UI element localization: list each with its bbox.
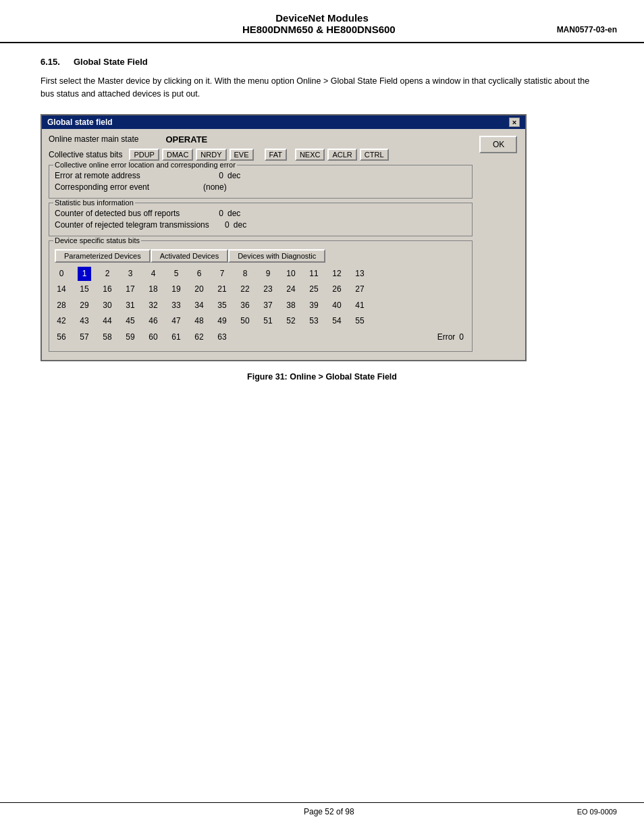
dev-49: 49: [215, 314, 229, 329]
device-row-0: 0 1 2 3 4 5 6 7 8 9 10 1: [55, 267, 466, 282]
tab-activated[interactable]: Activated Devices: [151, 249, 228, 263]
dev-53: 53: [307, 314, 321, 329]
dev-50: 50: [238, 314, 252, 329]
dialog-close-button[interactable]: ×: [509, 118, 520, 127]
dev-48: 48: [192, 314, 206, 329]
dev-55: 55: [353, 314, 367, 329]
dev-27: 27: [353, 282, 367, 297]
statistic-group-box: Statistic bus information Counter of det…: [49, 203, 473, 236]
content-area: 6.15. Global State Field First select th…: [0, 43, 644, 409]
dev-19: 19: [169, 282, 183, 297]
rejected-telegrams-row: Counter of rejected telegram transmissio…: [55, 220, 466, 230]
dev-25: 25: [307, 282, 321, 297]
dev-39: 39: [307, 298, 321, 313]
dev-43: 43: [78, 314, 91, 329]
dev-36: 36: [238, 298, 252, 313]
dev-34: 34: [192, 298, 206, 313]
rejected-telegrams-value: 0: [209, 220, 230, 230]
dev-47: 47: [169, 314, 183, 329]
dev-28: 28: [55, 298, 68, 313]
dev-4: 4: [146, 267, 160, 282]
tab-parameterized[interactable]: Parameterized Devices: [55, 249, 151, 263]
dev-26: 26: [330, 282, 344, 297]
status-bits-label: Collective status bits: [49, 150, 122, 159]
dev-59: 59: [124, 330, 137, 345]
dev-57: 57: [78, 330, 91, 345]
dev-41: 41: [353, 298, 367, 313]
dev-31: 31: [124, 298, 137, 313]
status-bit-eve[interactable]: EVE: [230, 149, 254, 161]
error-event-row: Corresponding error event (none): [55, 182, 466, 192]
bus-off-reports-unit: dec: [227, 209, 240, 218]
dev-3: 3: [124, 267, 137, 282]
status-bit-ctrl[interactable]: CTRL: [360, 149, 389, 161]
dialog-titlebar: Global state field ×: [42, 115, 525, 129]
error-event-value: (none): [203, 182, 227, 192]
dev-30: 30: [101, 298, 114, 313]
error-footer-label: Error: [437, 330, 456, 345]
dev-61: 61: [169, 330, 183, 345]
dev-42: 42: [55, 314, 68, 329]
status-bit-pdup[interactable]: PDUP: [129, 149, 159, 161]
dev-16: 16: [101, 282, 114, 297]
dev-10: 10: [284, 267, 298, 282]
status-bits-row: Collective status bits PDUP DMAC NRDY EV…: [49, 149, 473, 161]
rejected-telegrams-unit: dec: [234, 220, 246, 230]
dev-20: 20: [192, 282, 206, 297]
dev-14: 14: [55, 282, 68, 297]
error-event-label: Corresponding error event: [55, 182, 203, 192]
dev-45: 45: [124, 314, 137, 329]
page-footer: Page 52 of 98 EO 09-0009: [0, 802, 644, 820]
dev-63: 63: [215, 330, 229, 345]
dev-35: 35: [215, 298, 229, 313]
dev-18: 18: [146, 282, 160, 297]
eo-number: EO 09-0009: [577, 808, 617, 816]
rejected-telegrams-label: Counter of rejected telegram transmissio…: [55, 220, 209, 230]
dialog-ok-area: OK: [478, 134, 518, 355]
bus-off-reports-label: Counter of detected bus off reports: [55, 209, 203, 218]
bus-off-reports-value: 0: [203, 209, 223, 218]
header-man-number: MAN0577-03-en: [557, 25, 617, 34]
figure-caption: Figure 31: Online > Global State Field: [41, 372, 603, 382]
dev-38: 38: [284, 298, 298, 313]
dev-23: 23: [261, 282, 275, 297]
dev-22: 22: [238, 282, 252, 297]
figure-caption-text: Figure 31: Online > Global State Field: [247, 372, 397, 382]
dev-11: 11: [307, 267, 321, 282]
dev-9: 9: [261, 267, 275, 282]
device-row-28: 28 29 30 31 32 33 34 35 36 37 38: [55, 298, 466, 313]
master-state-value: OPERATE: [165, 134, 207, 145]
status-bit-aclr[interactable]: ACLR: [327, 149, 356, 161]
error-address-value: 0: [203, 171, 223, 180]
device-status-box: Device specific status bits Parameterize…: [49, 240, 473, 353]
tab-diagnostic[interactable]: Devices with Diagnostic: [228, 249, 325, 263]
page-number: Page 52 of 98: [81, 807, 577, 816]
dev-7: 7: [215, 267, 229, 282]
ok-button[interactable]: OK: [479, 136, 517, 153]
header-title-line1: DeviceNet Modules: [27, 12, 617, 24]
header-title-line2: HE800DNM650 & HE800DNS600 MAN0577-03-en: [27, 24, 617, 35]
dev-32: 32: [146, 298, 160, 313]
global-state-dialog: Global state field × Online master main …: [41, 114, 527, 362]
dev-52: 52: [284, 314, 298, 329]
error-address-label: Error at remote address: [55, 171, 203, 180]
device-row-42: 42 43 44 45 46 47 48 49 50 51 52: [55, 314, 466, 329]
dev-13: 13: [353, 267, 367, 282]
dev-17: 17: [124, 282, 137, 297]
error-address-row: Error at remote address 0 dec: [55, 171, 466, 180]
dev-44: 44: [101, 314, 114, 329]
status-bit-fat[interactable]: FAT: [265, 149, 287, 161]
statistic-group-legend: Statistic bus information: [53, 199, 135, 207]
status-bit-nexc[interactable]: NEXC: [295, 149, 325, 161]
dialog-wrapper: Global state field × Online master main …: [41, 114, 603, 362]
dev-2: 2: [101, 267, 114, 282]
dev-8: 8: [238, 267, 252, 282]
device-legend: Device specific status bits: [53, 236, 141, 244]
status-bit-nrdy[interactable]: NRDY: [196, 149, 226, 161]
page-header: DeviceNet Modules HE800DNM650 & HE800DNS…: [0, 0, 644, 43]
status-bit-dmac[interactable]: DMAC: [162, 149, 193, 161]
master-state-label: Online master main state: [49, 134, 138, 144]
error-address-unit: dec: [227, 171, 240, 180]
device-row-56: 56 57 58 59 60 61 62 63: [55, 330, 466, 345]
bus-off-reports-row: Counter of detected bus off reports 0 de…: [55, 209, 466, 218]
